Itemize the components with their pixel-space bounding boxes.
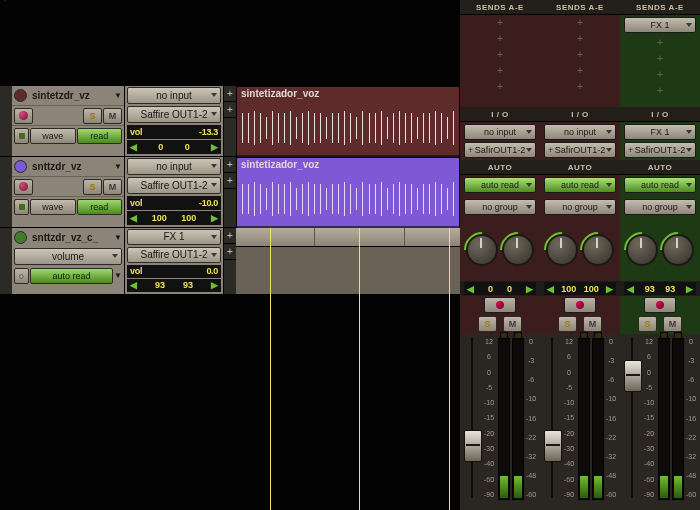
- track-output-select[interactable]: Saffire OUT1-2: [127, 177, 221, 194]
- pan-knob-left[interactable]: [546, 234, 578, 266]
- track-pan-readout[interactable]: ◀93 93▶: [127, 279, 221, 292]
- track-input-select[interactable]: no input: [127, 158, 221, 175]
- mute-button[interactable]: M: [583, 316, 602, 332]
- auto-header: AUTO: [620, 160, 700, 175]
- insert-add-button[interactable]: +: [224, 228, 236, 244]
- send-slot[interactable]: +: [624, 35, 696, 49]
- send-slot[interactable]: +: [544, 15, 616, 29]
- channel-input-select[interactable]: no input: [464, 124, 536, 140]
- mute-button[interactable]: M: [103, 108, 122, 124]
- mixer-channel-strip: SENDS A-E + + + + + I / O no input +Safi…: [460, 0, 540, 510]
- auto-header: AUTO: [460, 160, 540, 175]
- record-arm-button[interactable]: [14, 179, 33, 195]
- group-select[interactable]: no group: [624, 199, 696, 215]
- channel-input-select[interactable]: no input: [544, 124, 616, 140]
- pan-readout[interactable]: ◀0 0▶: [464, 282, 536, 295]
- group-select[interactable]: no group: [544, 199, 616, 215]
- track-output-select[interactable]: Saffire OUT1-2: [127, 106, 221, 123]
- track-lane[interactable]: sintetizador_voz 0 dB: [236, 157, 460, 227]
- track-view-wave[interactable]: wave: [30, 199, 76, 215]
- send-slot[interactable]: +: [464, 63, 536, 77]
- track-output-select[interactable]: Saffire OUT1-2: [127, 247, 221, 263]
- track-vol-readout[interactable]: vol-13.3: [127, 125, 221, 139]
- insert-add-button[interactable]: +: [224, 173, 236, 189]
- timeline-ruler[interactable]: [236, 228, 460, 247]
- insert-add-button[interactable]: +: [224, 86, 236, 102]
- track-lane[interactable]: [236, 228, 460, 294]
- insert-add-button[interactable]: +: [224, 102, 236, 118]
- automation-mode-select[interactable]: auto read: [624, 177, 696, 193]
- track-fx-select[interactable]: FX 1: [127, 229, 221, 245]
- send-slot[interactable]: +: [624, 67, 696, 81]
- track-pan-readout[interactable]: ◀100 100▶: [127, 211, 221, 225]
- channel-input-select[interactable]: FX 1: [624, 124, 696, 140]
- track-view-read[interactable]: read: [77, 199, 123, 215]
- track-row: snttzdr_vz ▼ S M wave read no input Saff…: [0, 157, 460, 228]
- track-vol-readout[interactable]: vol0.0: [127, 265, 221, 278]
- solo-button[interactable]: S: [478, 316, 497, 332]
- automation-mode-select[interactable]: auto read: [544, 177, 616, 193]
- automation-mode-select[interactable]: auto read: [464, 177, 536, 193]
- fader-scale: 1260-5-10-15-20-30-40-60-90: [562, 338, 576, 498]
- track-view-wave[interactable]: wave: [30, 128, 76, 144]
- solo-button[interactable]: S: [83, 108, 102, 124]
- mute-button[interactable]: M: [503, 316, 522, 332]
- track-io-column: no input Saffire OUT1-2 vol-13.3 ◀0 0▶: [125, 86, 224, 156]
- pan-knob-right[interactable]: [662, 234, 694, 266]
- pan-knob-right[interactable]: [502, 234, 534, 266]
- send-slot[interactable]: +: [624, 51, 696, 65]
- send-slot[interactable]: +: [544, 79, 616, 93]
- meter-scale: 0-3-6-10-16-22-32-48-60: [604, 338, 618, 498]
- mute-button[interactable]: M: [663, 316, 682, 332]
- automation-mode-select[interactable]: auto read: [30, 268, 113, 284]
- track-name[interactable]: snttzdr_vz_c_: [30, 232, 113, 243]
- sends-header: SENDS A-E: [460, 0, 540, 15]
- track-name[interactable]: sintetzdr_vz: [30, 90, 113, 101]
- track-view-read[interactable]: read: [77, 128, 123, 144]
- record-arm-button[interactable]: [484, 297, 516, 313]
- track-vol-readout[interactable]: vol-10.0: [127, 196, 221, 210]
- send-slot[interactable]: +: [464, 15, 536, 29]
- record-arm-button[interactable]: [564, 297, 596, 313]
- solo-button[interactable]: S: [638, 316, 657, 332]
- track-color-chip[interactable]: [14, 160, 27, 173]
- track-color-chip[interactable]: [14, 231, 27, 244]
- pan-readout[interactable]: ◀100 100▶: [544, 282, 616, 295]
- solo-button[interactable]: S: [558, 316, 577, 332]
- automation-toggle[interactable]: ○: [14, 268, 29, 284]
- volume-fader[interactable]: [624, 360, 642, 392]
- pan-readout[interactable]: ◀93 93▶: [624, 282, 696, 295]
- record-arm-button[interactable]: [14, 108, 33, 124]
- track-input-monitor[interactable]: [14, 199, 29, 215]
- pan-knob-left[interactable]: [466, 234, 498, 266]
- group-select[interactable]: no group: [464, 199, 536, 215]
- solo-button[interactable]: S: [83, 179, 102, 195]
- send-slot[interactable]: +: [624, 83, 696, 97]
- pan-knob-right[interactable]: [582, 234, 614, 266]
- channel-output-select[interactable]: +SafirOUT1-2: [464, 142, 536, 158]
- channel-output-select[interactable]: +SafirOUT1-2: [624, 142, 696, 158]
- track-color-chip[interactable]: [14, 89, 27, 102]
- track-input-select[interactable]: no input: [127, 87, 221, 104]
- send-slot[interactable]: +: [464, 47, 536, 61]
- send-slot[interactable]: +: [544, 47, 616, 61]
- channel-output-select[interactable]: +SafirOUT1-2: [544, 142, 616, 158]
- record-arm-button[interactable]: [644, 297, 676, 313]
- mute-button[interactable]: M: [103, 179, 122, 195]
- volume-fader[interactable]: [544, 430, 562, 462]
- send-slot[interactable]: +: [464, 79, 536, 93]
- send-slot[interactable]: +: [464, 31, 536, 45]
- track-lane[interactable]: sintetizador_voz 0 dB: [236, 86, 460, 156]
- send-slot[interactable]: +: [544, 31, 616, 45]
- volume-fader[interactable]: [464, 430, 482, 462]
- edit-window: sintetzdr_vz ▼ S M wave read no input Sa…: [0, 0, 460, 510]
- send-slot-assigned[interactable]: FX 1: [624, 17, 696, 33]
- track-input-monitor[interactable]: [14, 128, 29, 144]
- send-slot[interactable]: +: [544, 63, 616, 77]
- pan-knob-left[interactable]: [626, 234, 658, 266]
- track-name[interactable]: snttzdr_vz: [30, 161, 113, 172]
- track-view-select[interactable]: volume: [14, 248, 122, 265]
- insert-add-button[interactable]: +: [224, 244, 236, 260]
- track-pan-readout[interactable]: ◀0 0▶: [127, 140, 221, 154]
- insert-add-button[interactable]: +: [224, 157, 236, 173]
